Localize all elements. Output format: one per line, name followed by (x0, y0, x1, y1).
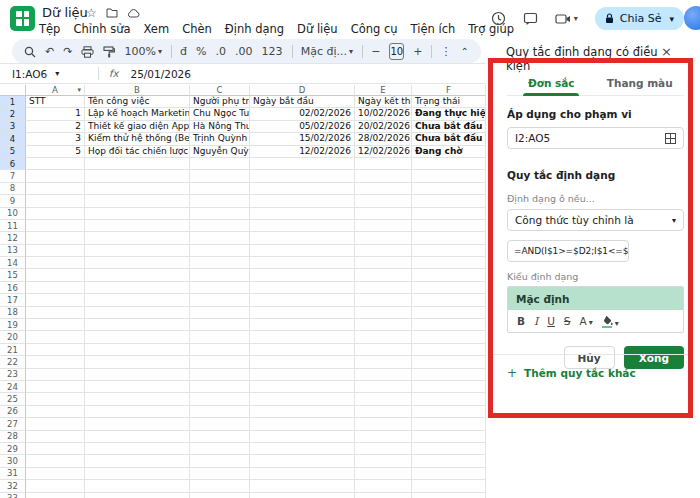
cell[interactable] (355, 369, 412, 381)
decrease-font-size-button[interactable]: − (371, 45, 380, 58)
apply-range-input[interactable]: I2:AO5 (507, 127, 684, 149)
cell[interactable] (26, 431, 85, 443)
cloud-status-icon[interactable] (127, 9, 140, 18)
cell[interactable] (250, 158, 355, 170)
cell[interactable]: 05/02/2026 (250, 121, 355, 133)
cell[interactable] (412, 220, 486, 232)
cell[interactable] (190, 282, 250, 294)
row-header-30[interactable]: 30 (0, 455, 26, 467)
cell[interactable] (355, 170, 412, 182)
row-header-13[interactable]: 13 (0, 245, 26, 257)
cell[interactable] (26, 282, 85, 294)
cell[interactable] (190, 294, 250, 306)
cell[interactable] (85, 183, 190, 195)
cell[interactable] (355, 468, 412, 480)
cell[interactable]: Trạng thái (412, 96, 486, 108)
cell[interactable] (250, 232, 355, 244)
cell[interactable] (250, 183, 355, 195)
row-header-20[interactable]: 20 (0, 331, 26, 343)
cell[interactable] (250, 468, 355, 480)
star-icon[interactable]: ☆ (86, 6, 97, 20)
cell[interactable]: 10/02/2026 (355, 108, 412, 120)
cell[interactable]: Trịnh Quỳnh Hoa (190, 133, 250, 145)
cell[interactable] (190, 381, 250, 393)
cell[interactable] (355, 232, 412, 244)
cell[interactable] (355, 257, 412, 269)
cell[interactable] (355, 208, 412, 220)
cell[interactable]: Hà Nông Thư (190, 121, 250, 133)
cell[interactable] (26, 455, 85, 467)
cell[interactable]: Chưa bắt đầu (412, 121, 486, 133)
cell[interactable]: 12/02/2026 (250, 146, 355, 158)
name-box-caret-icon[interactable]: ▾ (55, 69, 59, 78)
cell[interactable] (412, 369, 486, 381)
cell[interactable] (412, 183, 486, 195)
menu-item[interactable]: Định dạng (225, 22, 284, 36)
cell[interactable] (190, 480, 250, 492)
column-header-A[interactable]: A▾ (26, 85, 85, 96)
cell[interactable] (26, 369, 85, 381)
custom-formula-input[interactable]: =AND(I$1>=$D2;I$1<=$E (507, 240, 629, 262)
cell[interactable] (85, 195, 190, 207)
sheets-logo-icon[interactable] (10, 6, 35, 31)
strikethrough-button[interactable]: S (564, 315, 571, 327)
cell[interactable]: Người phụ trách (190, 96, 250, 108)
row-header-6[interactable]: 6 (0, 158, 26, 170)
cell[interactable] (412, 232, 486, 244)
cell[interactable] (355, 183, 412, 195)
cell[interactable] (250, 282, 355, 294)
cell[interactable] (412, 170, 486, 182)
row-header-31[interactable]: 31 (0, 468, 26, 480)
cell[interactable] (26, 393, 85, 405)
increase-font-size-button[interactable]: + (413, 45, 422, 58)
row-header-22[interactable]: 22 (0, 356, 26, 368)
row-header-24[interactable]: 24 (0, 381, 26, 393)
redo-icon[interactable]: ↷ (63, 45, 72, 58)
cell[interactable] (250, 406, 355, 418)
cell[interactable]: Chu Ngọc Tuấn (190, 108, 250, 120)
cell[interactable] (412, 468, 486, 480)
select-all-corner[interactable] (0, 85, 26, 96)
font-select[interactable]: Mặc đị... ▾ (301, 45, 353, 58)
cell[interactable] (355, 480, 412, 492)
cell[interactable] (190, 319, 250, 331)
cell[interactable] (412, 282, 486, 294)
cell[interactable] (250, 344, 355, 356)
cell[interactable] (355, 443, 412, 455)
cell[interactable] (85, 406, 190, 418)
cell[interactable] (26, 170, 85, 182)
cell[interactable] (190, 232, 250, 244)
cell[interactable] (412, 344, 486, 356)
row-header-3[interactable]: 3 (0, 121, 26, 133)
cell[interactable] (190, 307, 250, 319)
cell[interactable] (355, 356, 412, 368)
cell[interactable] (190, 344, 250, 356)
cell[interactable] (26, 257, 85, 269)
cell[interactable] (412, 294, 486, 306)
cell[interactable] (355, 344, 412, 356)
cell[interactable] (355, 319, 412, 331)
cell[interactable] (250, 269, 355, 281)
cell[interactable]: Kiểm thử hệ thống (Beta) (85, 133, 190, 145)
cell[interactable]: 20/02/2026 (355, 121, 412, 133)
cell[interactable] (26, 220, 85, 232)
menu-item[interactable]: Tệp (39, 22, 60, 36)
row-header-33[interactable]: 33 (0, 493, 26, 498)
cell[interactable] (85, 344, 190, 356)
cell[interactable] (250, 257, 355, 269)
cell[interactable] (250, 356, 355, 368)
row-header-12[interactable]: 12 (0, 232, 26, 244)
undo-icon[interactable]: ↶ (45, 45, 54, 58)
font-size-input[interactable]: 10 (389, 43, 404, 60)
cell[interactable]: Nguyễn Quỳnh A (190, 146, 250, 158)
cell[interactable] (412, 245, 486, 257)
cell[interactable] (26, 480, 85, 492)
cell[interactable] (85, 269, 190, 281)
collapse-toolbar-icon[interactable]: ⌃ (461, 46, 469, 57)
menu-item[interactable]: Dữ liệu (297, 22, 338, 36)
row-header-1[interactable]: 1 (0, 96, 26, 108)
cell[interactable] (250, 170, 355, 182)
cell[interactable] (250, 294, 355, 306)
row-header-27[interactable]: 27 (0, 418, 26, 430)
cell[interactable] (190, 208, 250, 220)
